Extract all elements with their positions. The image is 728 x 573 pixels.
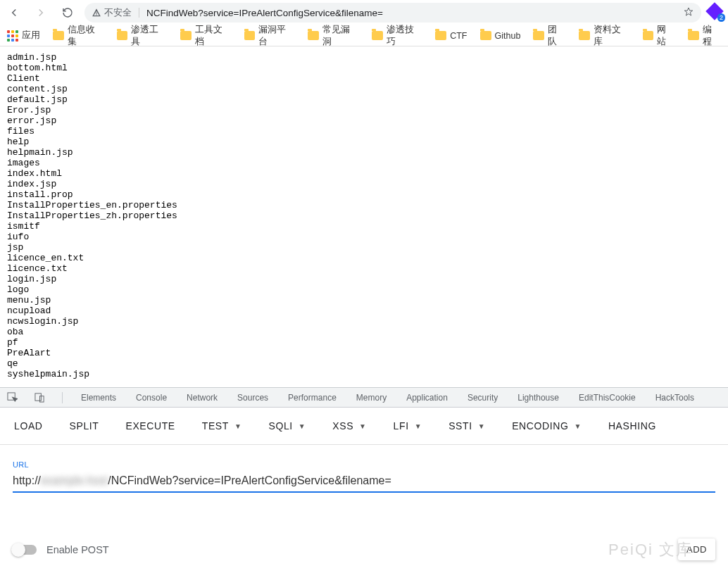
devtools-tab[interactable]: Lighthouse <box>516 393 560 403</box>
chevron-down-icon: ▼ <box>574 422 582 430</box>
bookmark-label: CTF <box>450 31 467 41</box>
bookmark-folder[interactable]: 信息收集 <box>50 23 107 49</box>
bookmark-folder[interactable]: 渗透技巧 <box>369 23 426 49</box>
url-text: NCFindWeb?service=IPreAlertConfigService… <box>146 8 676 18</box>
file-entry: images <box>7 158 721 168</box>
enable-post-toggle[interactable] <box>13 545 37 555</box>
folder-icon <box>53 31 64 40</box>
bookmark-folder[interactable]: 渗透工具 <box>114 23 171 49</box>
inspect-icon[interactable] <box>7 392 18 403</box>
add-button[interactable]: ADD <box>678 539 715 560</box>
file-entry: error.jsp <box>7 115 721 126</box>
hackbar-action[interactable]: EXECUTE <box>125 420 175 432</box>
folder-icon <box>579 31 590 40</box>
file-entry: InstallProperties_en.properties <box>7 200 721 210</box>
extension-badge: 2 <box>717 13 725 22</box>
url-blurred-host: example.host <box>41 474 108 486</box>
url-suffix: /NCFindWeb?service=IPreAlertConfigServic… <box>108 474 391 486</box>
folder-icon <box>308 31 319 40</box>
file-entry: menu.jsp <box>7 295 721 306</box>
hackbar-action-label: LFI <box>394 420 409 432</box>
file-entry: licence_en.txt <box>7 253 721 263</box>
bookmark-folder[interactable]: 漏洞平台 <box>241 23 299 49</box>
folder-icon <box>533 31 544 40</box>
back-button[interactable] <box>4 3 24 23</box>
svg-rect-1 <box>35 393 41 401</box>
bookmark-folder[interactable]: 编程 <box>685 23 724 49</box>
devtools-tab[interactable]: Security <box>466 393 499 403</box>
folder-icon <box>688 31 699 40</box>
file-entry: jsp <box>7 242 721 253</box>
hackbar-action[interactable]: LFI▼ <box>394 420 422 432</box>
hackbar-action-label: TEST <box>202 420 229 432</box>
hackbar-action[interactable]: LOAD <box>14 420 43 432</box>
hackbar-action-label: LOAD <box>14 420 43 432</box>
hackbar-action[interactable]: SQLI▼ <box>268 420 306 432</box>
warning-icon <box>92 8 101 18</box>
url-panel: URL http://example.host/NCFindWeb?servic… <box>0 445 728 500</box>
arrow-right-icon <box>34 6 47 19</box>
folder-icon <box>643 31 654 40</box>
devtools-tab[interactable]: Application <box>405 393 449 403</box>
devtools-tab[interactable]: HackTools <box>654 393 696 403</box>
hackbar-action-label: SSTI <box>448 420 472 432</box>
extension-button[interactable]: 2 <box>708 5 724 20</box>
page-content: admin.jspbottom.htmlClientcontent.jspdef… <box>0 46 728 387</box>
bookmark-label: 信息收集 <box>68 24 104 48</box>
insecure-indicator: 不安全 <box>92 6 132 19</box>
reload-button[interactable] <box>58 3 77 23</box>
hackbar-action[interactable]: SPLIT <box>70 420 99 432</box>
file-entry: content.jsp <box>7 84 721 94</box>
hackbar-action[interactable]: TEST▼ <box>202 420 242 432</box>
devtools-tab[interactable]: Performance <box>287 393 338 403</box>
devtools-tab[interactable]: Network <box>185 393 219 403</box>
device-toggle-icon[interactable] <box>34 392 45 403</box>
enable-post-label: Enable POST <box>46 544 109 555</box>
devtools-tabs: ElementsConsoleNetworkSourcesPerformance… <box>0 388 728 408</box>
devtools-tab[interactable]: Sources <box>236 393 270 403</box>
bookmark-folder[interactable]: 网站 <box>640 23 679 49</box>
forward-button[interactable] <box>31 3 51 23</box>
bookmark-folder[interactable]: 常见漏洞 <box>305 23 362 49</box>
star-icon <box>683 6 694 18</box>
address-bar[interactable]: 不安全 NCFindWeb?service=IPreAlertConfigSer… <box>84 3 701 23</box>
devtools-tab[interactable]: Elements <box>80 393 118 403</box>
file-entry: pf <box>7 337 721 348</box>
file-entry: files <box>7 126 721 137</box>
bookmark-folder[interactable]: 工具文档 <box>177 23 234 49</box>
bookmark-folder[interactable]: 资料文库 <box>576 23 633 49</box>
apps-shortcut[interactable]: 应用 <box>4 28 43 43</box>
folder-icon <box>180 31 192 40</box>
hackbar-action[interactable]: SSTI▼ <box>448 420 485 432</box>
url-input[interactable]: http://example.host/NCFindWeb?service=IP… <box>13 472 715 493</box>
devtools-panel: ElementsConsoleNetworkSourcesPerformance… <box>0 387 728 500</box>
bookmark-label: 工具文档 <box>195 24 232 48</box>
devtools-tab[interactable]: Console <box>134 393 168 403</box>
file-entry: index.html <box>7 168 721 179</box>
file-entry: default.jsp <box>7 94 721 105</box>
bookmarks-bar: 应用 信息收集渗透工具工具文档漏洞平台常见漏洞渗透技巧CTFGithub团队资料… <box>0 25 728 46</box>
reload-icon <box>61 6 74 19</box>
bookmark-folder[interactable]: Github <box>477 23 524 49</box>
bookmark-star-button[interactable] <box>683 6 694 20</box>
bookmark-folder[interactable]: CTF <box>432 23 470 49</box>
file-entry: licence.txt <box>7 263 721 274</box>
hackbar-action-label: ENCODING <box>512 420 568 432</box>
bookmark-label: 资料文库 <box>594 24 630 48</box>
url-field-label: URL <box>13 460 715 469</box>
hackbar-action[interactable]: HASHING <box>608 420 656 432</box>
bookmark-folder[interactable]: 团队 <box>530 23 569 49</box>
bookmark-label: 编程 <box>703 24 721 48</box>
file-entry: ismitf <box>7 221 721 232</box>
bookmark-label: 常见漏洞 <box>322 24 359 48</box>
chevron-down-icon: ▼ <box>478 422 486 430</box>
chevron-down-icon: ▼ <box>299 422 306 430</box>
hackbar-action[interactable]: ENCODING▼ <box>512 420 582 432</box>
chevron-down-icon: ▼ <box>359 422 367 430</box>
folder-icon <box>480 31 491 40</box>
file-entry: syshelpmain.jsp <box>7 369 721 379</box>
devtools-tab[interactable]: EditThisCookie <box>577 393 637 403</box>
folder-icon <box>435 31 446 40</box>
hackbar-action[interactable]: XSS▼ <box>332 420 366 432</box>
devtools-tab[interactable]: Memory <box>355 393 388 403</box>
